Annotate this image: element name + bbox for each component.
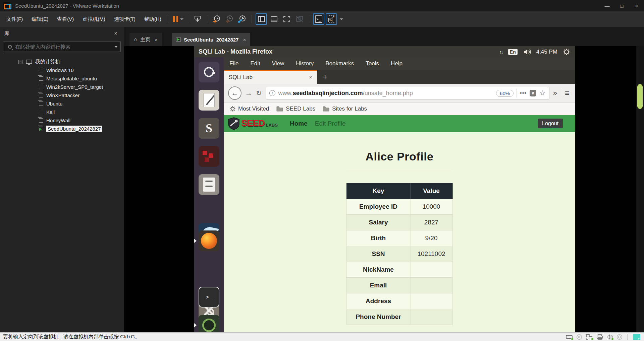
send-ctrl-alt-del-button[interactable] [192,13,203,25]
unity-mode-button[interactable] [294,13,305,25]
snapshot-manager-icon [238,15,247,23]
vm-list-item[interactable]: WinXPattacker [0,91,124,99]
vm-list-item[interactable]: Ubuntu [0,99,124,108]
vm-scrollbar-track[interactable] [636,46,644,332]
firefox-menu-item[interactable]: Help [391,60,402,67]
firefox-menu-item[interactable]: Bookmarks [325,60,354,67]
seedlabs-logo[interactable]: SEED LABS [228,117,278,130]
site-info-icon[interactable]: i [269,90,275,96]
bookmark-folder-seed-labs[interactable]: SEED Labs [276,106,315,112]
bookmark-folder-sites-for-labs[interactable]: Sites for Labs [323,106,367,112]
take-snapshot-button[interactable] [211,13,222,25]
vm-list-item[interactable]: Win2kServer_SP0_target [0,83,124,91]
fullscreen-button[interactable] [281,13,292,25]
firefox-menu-item[interactable]: Tools [366,60,379,67]
running-indicator-arrow [194,239,197,243]
open-terminal-button[interactable]: >_ [313,13,324,25]
vmware-menu-item[interactable]: 选项卡(T) [110,14,140,24]
logout-button[interactable]: Logout [538,119,563,128]
firefox-menu-item[interactable]: Edit [250,60,260,67]
hard-disk-device-icon[interactable] [566,334,573,340]
keyboard-layout-indicator[interactable]: En [508,49,518,55]
firefox-menu-item[interactable]: History [296,60,314,67]
firefox-tab-active[interactable]: SQLi Lab × [224,70,317,84]
tree-item-my-computer[interactable]: 我的计算机 [0,58,124,66]
launcher-green-app-icon[interactable] [199,315,219,332]
show-library-toggle[interactable] [256,13,267,25]
launcher-terminal-icon[interactable]: >_ [199,287,219,308]
firefox-menu-item[interactable]: View [272,60,284,67]
vm-scrollbar-thumb[interactable] [637,84,643,109]
collapse-expander-icon[interactable] [18,60,22,64]
vm-list-item[interactable]: Windows 10 [0,66,124,74]
toolbar-overflow-icon[interactable]: » [553,89,557,97]
running-indicator-arrow [194,323,197,327]
library-search-box[interactable] [3,42,121,52]
vmware-menu-item[interactable]: 帮助(H) [140,14,166,24]
volume-icon[interactable] [523,49,531,55]
vmware-menu-item[interactable]: 虚拟机(M) [78,14,110,24]
search-filter-caret-icon[interactable] [114,46,118,48]
window-title: SeedUbuntu_20242827 - VMware Workstation [15,3,119,9]
vmware-titlebar: SeedUbuntu_20242827 - VMware Workstation… [0,0,644,11]
reload-button[interactable]: ↻ [256,89,262,97]
printer-device-icon[interactable] [596,334,603,340]
new-tab-button[interactable]: + [317,70,333,84]
launcher-text-editor-icon[interactable] [199,90,219,111]
zoom-level-badge[interactable]: 60% [496,90,514,97]
vm-list-item[interactable]: Kali [0,108,124,116]
bookmark-star-icon[interactable]: ☆ [539,89,546,97]
launcher-dash-home-icon[interactable] [199,62,219,82]
revert-snapshot-button[interactable] [224,13,235,25]
network-adapter-icon[interactable] [586,334,593,340]
tab-home[interactable]: ⌂ 主页 × [129,33,162,46]
vmware-menu-item[interactable]: 编辑(E) [27,14,53,24]
close-button[interactable]: × [629,0,644,11]
minimize-button[interactable]: — [600,0,614,11]
tab-home-label: 主页 [140,37,150,43]
nav-link-home[interactable]: Home [290,120,308,127]
tab-close-icon[interactable]: × [243,37,246,43]
clock[interactable]: 4:45 PM [536,49,557,55]
tab-close-icon[interactable]: × [309,74,312,81]
search-input[interactable] [15,44,114,50]
brand-seed-text: SEED [241,118,265,129]
back-button[interactable]: ← [228,86,241,100]
nav-link-edit-profile[interactable]: Edit Profile [315,120,346,127]
tab-close-icon[interactable]: × [155,37,158,43]
url-bar[interactable]: i www.seedlabsqlinjection.com/unsafe_hom… [266,87,549,99]
pocket-icon[interactable]: ∨ [530,90,536,96]
bookmark-most-visited[interactable]: Most Visited [230,106,269,112]
sound-device-icon[interactable] [606,334,613,340]
message-note-icon[interactable] [633,334,640,340]
vm-list-item[interactable]: Metasploitable_ubuntu [0,74,124,83]
tab-vm-active[interactable]: SeedUbuntu_20242827 × [172,33,250,46]
launcher-s-app-icon[interactable]: S [199,118,219,139]
forward-button[interactable]: → [245,89,252,97]
vm-list-item-selected[interactable]: SeedUbuntu_20242827 [0,125,124,133]
launcher-firefox-icon[interactable] [199,230,219,251]
manage-snapshots-button[interactable] [236,13,248,25]
pause-vm-button[interactable] [173,13,184,25]
search-icon [8,45,12,49]
launcher-file-cabinet-icon[interactable] [199,174,219,195]
network-updown-icon[interactable]: ↑↓ [499,49,502,55]
toolbar-separator [169,15,169,23]
page-actions-icon[interactable]: ••• [520,90,527,96]
console-view-button[interactable] [268,13,280,25]
vm-list-item[interactable]: HoneyWall [0,116,124,125]
maximize-button[interactable]: □ [614,0,629,11]
vm-screen[interactable]: SQLi Lab - Mozilla Firefox ↑↓ En 4:45 PM [194,46,575,332]
firefox-menu-item[interactable]: File [229,60,238,67]
chevron-down-icon[interactable] [340,18,343,20]
hamburger-menu-icon[interactable]: ≡ [565,88,570,98]
usb-device-icon[interactable] [616,334,623,340]
gear-icon[interactable] [563,49,570,55]
row-key-cell: Employee ID [346,199,410,215]
vmware-menu-item[interactable]: 文件(F) [2,14,27,24]
free-stretch-button[interactable]: ↗% [326,13,337,25]
launcher-red-app-icon[interactable] [199,146,219,167]
vmware-menu-item[interactable]: 查看(V) [53,14,78,24]
cd-rom-device-icon[interactable] [576,334,582,340]
library-close-button[interactable]: × [112,30,119,37]
